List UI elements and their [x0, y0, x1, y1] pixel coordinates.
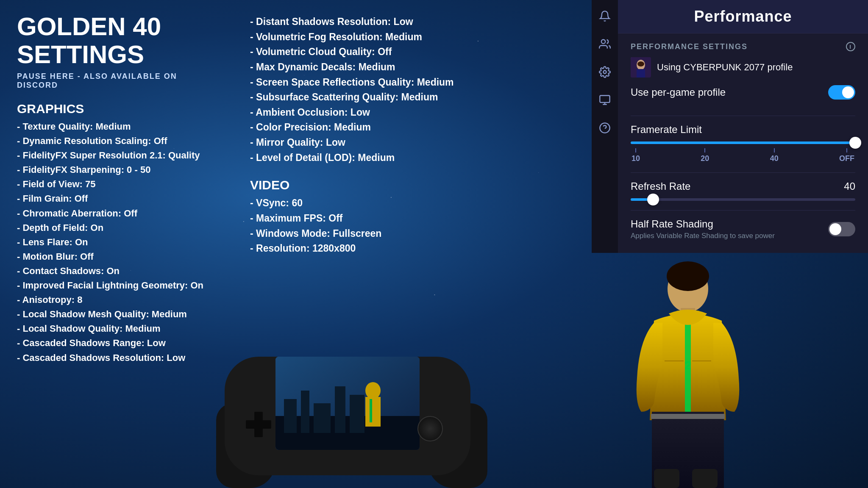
- svg-rect-18: [370, 399, 372, 422]
- framerate-limit-label: Framerate Limit: [631, 124, 702, 136]
- setting-fov: - Field of View: 75: [17, 177, 220, 191]
- svg-rect-2: [600, 96, 609, 103]
- deck-screen-content: [275, 357, 420, 450]
- setting-lens-flare: - Lens Flare: On: [17, 235, 220, 250]
- tick-10: 10: [632, 148, 640, 163]
- half-rate-toggle[interactable]: [828, 222, 855, 236]
- profile-row: Using CYBERPUNK 2077 profile: [631, 57, 855, 78]
- character-figure: 2: [614, 242, 762, 488]
- setting-dof: - Depth of Field: On: [17, 221, 220, 235]
- framerate-limit-section: Framerate Limit 10 20: [631, 124, 855, 163]
- framerate-label-row: Framerate Limit: [631, 124, 855, 136]
- video-section-title: VIDEO: [250, 178, 462, 192]
- refresh-rate-slider-track[interactable]: [631, 198, 855, 201]
- refresh-rate-label-row: Refresh Rate 40: [631, 180, 855, 192]
- setting-chromatic: - Chromatic Aberration: Off: [17, 206, 220, 221]
- setting-vsync: - VSync: 60: [250, 196, 462, 211]
- framerate-slider-track[interactable]: [631, 141, 855, 144]
- profile-name: Using CYBERPUNK 2077 profile: [657, 62, 793, 73]
- setting-fidelityfx-sharp: - FidelityFX Sharpening: 0 - 50: [17, 163, 220, 177]
- svg-point-20: [667, 261, 709, 291]
- per-game-toggle[interactable]: [828, 85, 855, 100]
- svg-rect-26: [692, 469, 718, 488]
- divider-2: [631, 172, 855, 173]
- refresh-rate-label: Refresh Rate: [631, 180, 690, 192]
- setting-cascaded-res: - Cascaded Shadows Resolution: Low: [17, 351, 220, 365]
- setting-windows-mode: - Windows Mode: Fullscreen: [250, 226, 462, 241]
- performance-body: PERFORMANCE SETTINGS i: [618, 33, 868, 253]
- deck-dpad: [246, 412, 271, 437]
- graphics-settings-list-2: - Distant Shadows Resolution: Low - Volu…: [250, 14, 462, 165]
- setting-lod: - Level of Detail (LOD): Medium: [250, 150, 462, 166]
- svg-rect-15: [350, 395, 364, 433]
- toggle-knob: [842, 86, 854, 98]
- users-icon[interactable]: [597, 36, 612, 52]
- setting-contact-shadows: - Contact Shadows: On: [17, 264, 220, 278]
- device-area: [191, 276, 868, 488]
- svg-rect-25: [654, 469, 679, 488]
- framerate-slider-thumb[interactable]: [849, 137, 861, 149]
- setting-shadow-mesh: - Local Shadow Mesh Quality: Medium: [17, 307, 220, 322]
- svg-rect-11: [284, 399, 297, 433]
- setting-color-precision: - Color Precision: Medium: [250, 120, 462, 135]
- svg-point-16: [365, 382, 381, 399]
- main-title: GOLDEN 40 SETTINGS: [17, 13, 220, 69]
- sidebar-icons: [592, 0, 618, 253]
- half-rate-toggle-knob: [829, 223, 841, 235]
- bell-icon[interactable]: [597, 8, 612, 24]
- graphics-settings-list: - Texture Quality: Medium - Dynamic Reso…: [17, 119, 220, 365]
- deck-body: [225, 357, 470, 475]
- help-icon[interactable]: [597, 120, 612, 136]
- setting-distant-shadows: - Distant Shadows Resolution: Low: [250, 14, 462, 30]
- framerate-ticks: 10 20 40 OFF: [631, 148, 855, 163]
- per-game-toggle-row: Use per-game profile: [631, 85, 855, 106]
- refresh-rate-section: Refresh Rate 40: [631, 180, 855, 201]
- half-rate-row: Half Rate Shading Applies Variable Rate …: [631, 218, 855, 240]
- setting-ambient-occlusion: - Ambient Occlusion: Low: [250, 105, 462, 120]
- performance-header: Performance: [618, 0, 868, 33]
- avatar: [631, 57, 651, 78]
- subtitle: PAUSE HERE - ALSO AVAILABLE ON DISCORD: [17, 72, 220, 90]
- svg-point-8: [637, 61, 644, 67]
- tick-20: 20: [701, 148, 709, 163]
- svg-rect-13: [314, 403, 331, 433]
- refresh-rate-slider-thumb[interactable]: [647, 194, 659, 205]
- svg-rect-14: [335, 386, 345, 433]
- svg-point-0: [601, 40, 605, 44]
- setting-dynamic-resolution: - Dynamic Resolution Scaling: Off: [17, 134, 220, 148]
- half-rate-desc: Applies Variable Rate Shading to save po…: [631, 232, 775, 240]
- gear-icon[interactable]: [597, 64, 612, 80]
- perf-section-label: PERFORMANCE SETTINGS i: [631, 42, 855, 51]
- svg-rect-12: [301, 391, 309, 433]
- svg-rect-7: [637, 69, 645, 78]
- setting-subsurface: - Subsurface Scattering Quality: Medium: [250, 90, 462, 105]
- setting-shadow-quality: - Local Shadow Quality: Medium: [17, 322, 220, 336]
- setting-fidelityfx-sr: - FidelityFX Super Resolution 2.1: Quali…: [17, 148, 220, 163]
- setting-film-grain: - Film Grain: Off: [17, 191, 220, 206]
- setting-texture-quality: - Texture Quality: Medium: [17, 119, 220, 134]
- setting-facial-lightning: - Improved Facial Lightning Geometry: On: [17, 278, 220, 293]
- setting-volumetric-cloud: - Volumetric Cloud Quality: Off: [250, 44, 462, 60]
- divider-1: [631, 116, 855, 116]
- setting-anisotropy: - Anisotropy: 8: [17, 293, 220, 307]
- screen-icon[interactable]: [597, 92, 612, 108]
- framerate-slider-fill: [631, 141, 855, 144]
- deck-screen: [275, 357, 420, 450]
- setting-volumetric-fog: - Volumetric Fog Resolution: Medium: [250, 30, 462, 45]
- tick-40: 40: [770, 148, 779, 163]
- setting-mirror-quality: - Mirror Quality: Low: [250, 135, 462, 150]
- video-section: VIDEO - VSync: 60 - Maximum FPS: Off - W…: [250, 178, 462, 256]
- setting-cascaded-range: - Cascaded Shadows Range: Low: [17, 336, 220, 350]
- svg-rect-24: [651, 414, 725, 419]
- per-game-label: Use per-game profile: [631, 86, 726, 98]
- refresh-rate-value: 40: [844, 180, 855, 192]
- performance-title: Performance: [694, 8, 792, 25]
- info-icon[interactable]: i: [846, 42, 855, 51]
- half-rate-text-group: Half Rate Shading Applies Variable Rate …: [631, 218, 775, 240]
- setting-max-decals: - Max Dynamic Decals: Medium: [250, 60, 462, 75]
- setting-motion-blur: - Motion Blur: Off: [17, 250, 220, 264]
- steam-deck: [225, 319, 479, 488]
- svg-point-1: [604, 71, 606, 74]
- svg-text:2: 2: [684, 359, 691, 372]
- divider-3: [631, 210, 855, 211]
